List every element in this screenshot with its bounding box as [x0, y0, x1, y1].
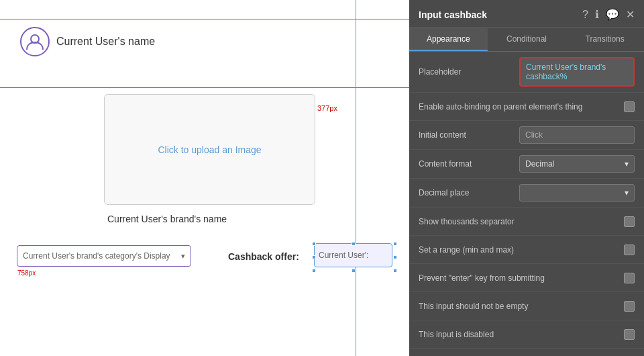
not-empty-toggle[interactable]: [624, 301, 635, 312]
brand-name: Current User's brand's name: [107, 214, 227, 224]
row-not-empty: This input should not be empty: [409, 292, 644, 320]
panel-body: Placeholder Current User's brand's cashb…: [409, 52, 644, 356]
dimension-label-377px: 377px: [317, 104, 337, 112]
placeholder-value: Current User's brand's cashback%: [519, 57, 635, 87]
not-empty-label: This input should not be empty: [419, 302, 624, 311]
row-disabled: This input is disabled: [409, 320, 644, 349]
selection-handle-bl[interactable]: [312, 269, 316, 273]
cashback-input-text: Current User':: [319, 251, 368, 260]
decimal-place-value: ▾: [519, 184, 635, 202]
image-upload-box[interactable]: Click to upload an Image: [104, 94, 315, 205]
canvas: Current User's name Click to upload an I…: [0, 0, 409, 356]
cashback-input[interactable]: Current User':: [314, 243, 392, 267]
chevron-down-icon: ▾: [625, 188, 629, 197]
image-upload-label: Click to upload an Image: [158, 144, 261, 155]
info-icon[interactable]: ℹ: [595, 8, 599, 21]
cashback-label: Cashback offer:: [228, 251, 299, 262]
disabled-toggle[interactable]: [624, 329, 635, 340]
thousands-separator-label: Show thousands separator: [419, 217, 624, 226]
tab-conditional[interactable]: Conditional: [488, 28, 566, 51]
row-prevent-enter: Prevent "enter" key from submitting: [409, 264, 644, 292]
thousands-separator-toggle[interactable]: [624, 216, 635, 227]
selection-handle-tl[interactable]: [312, 242, 316, 246]
right-panel: Input cashback ? ℹ 💬 ✕ Appearance Condit…: [409, 0, 644, 356]
guide-line-horizontal: [0, 87, 409, 88]
panel-title: Input cashback: [419, 9, 487, 20]
category-dropdown-text: Current User's brand's category's Displa…: [23, 251, 181, 261]
row-content-format: Content format Decimal ▾: [409, 150, 644, 179]
set-range-label: Set a range (min and max): [419, 245, 624, 255]
selection-handle-mr[interactable]: [393, 255, 397, 259]
row-set-range: Set a range (min and max): [409, 236, 644, 264]
set-range-toggle[interactable]: [624, 244, 635, 255]
close-icon[interactable]: ✕: [626, 8, 635, 21]
content-format-value: Decimal ▾: [519, 155, 635, 173]
user-name: Current User's name: [56, 36, 155, 48]
auto-binding-label: Enable auto-binding on parent element's …: [419, 102, 624, 112]
comment-icon[interactable]: 💬: [606, 8, 619, 21]
content-format-select[interactable]: Decimal ▾: [519, 155, 635, 173]
row-initial-content: Initial content Click: [409, 121, 644, 150]
content-format-label: Content format: [419, 159, 519, 169]
prevent-enter-label: Prevent "enter" key from submitting: [419, 273, 624, 283]
initial-content-input[interactable]: Click: [519, 126, 635, 144]
avatar: [20, 27, 50, 56]
row-placeholder: Placeholder Current User's brand's cashb…: [409, 52, 644, 93]
user-row: Current User's name: [20, 27, 155, 56]
tab-appearance[interactable]: Appearance: [409, 28, 488, 51]
decimal-place-select[interactable]: ▾: [519, 184, 635, 202]
guide-line-vertical: [356, 0, 356, 356]
selection-handle-bm[interactable]: [352, 269, 356, 273]
selection-handle-tr[interactable]: [393, 242, 397, 246]
row-thousands-separator: Show thousands separator: [409, 208, 644, 236]
selection-handle-tm[interactable]: [352, 242, 356, 246]
chevron-down-icon: ▾: [181, 252, 185, 261]
panel-tabs: Appearance Conditional Transitions: [409, 28, 644, 52]
initial-content-label: Initial content: [419, 130, 519, 140]
auto-binding-toggle[interactable]: [624, 101, 635, 112]
guide-line-top: [0, 19, 409, 19]
decimal-place-label: Decimal place: [419, 188, 519, 197]
row-auto-binding: Enable auto-binding on parent element's …: [409, 93, 644, 121]
category-dropdown[interactable]: Current User's brand's category's Displa…: [17, 245, 191, 267]
chevron-down-icon: ▾: [625, 159, 629, 169]
placeholder-label: Placeholder: [419, 67, 519, 77]
selection-handle-br[interactable]: [393, 269, 397, 273]
placeholder-input[interactable]: Current User's brand's cashback%: [519, 57, 635, 87]
panel-icons: ? ℹ 💬 ✕: [582, 8, 635, 21]
dimension-label-758px: 758px: [17, 269, 36, 277]
row-decimal-place: Decimal place ▾: [409, 179, 644, 208]
prevent-enter-toggle[interactable]: [624, 273, 635, 283]
tab-transitions[interactable]: Transitions: [566, 28, 644, 51]
help-icon[interactable]: ?: [582, 9, 588, 21]
initial-content-value: Click: [519, 126, 635, 144]
disabled-label: This input is disabled: [419, 330, 624, 339]
selection-handle-ml[interactable]: [312, 255, 316, 259]
panel-header: Input cashback ? ℹ 💬 ✕: [409, 0, 644, 28]
